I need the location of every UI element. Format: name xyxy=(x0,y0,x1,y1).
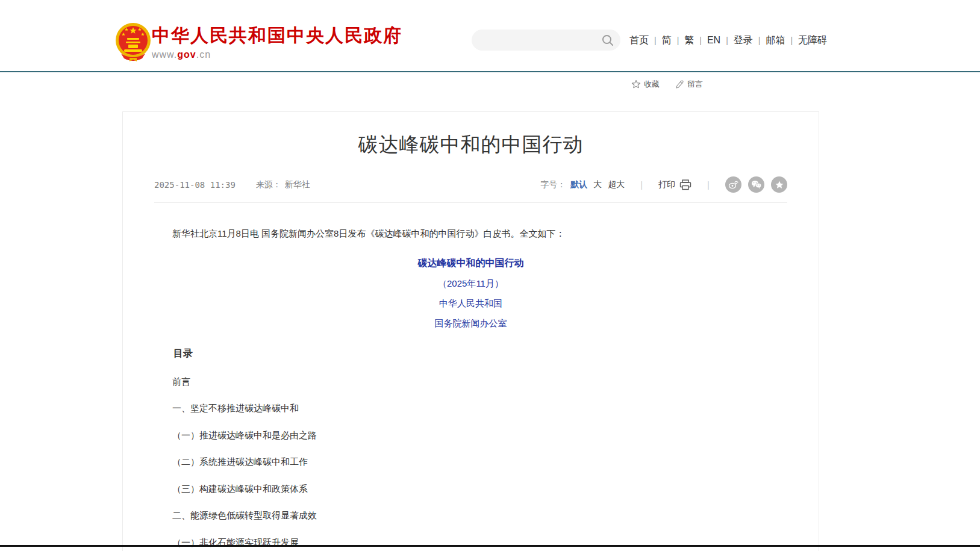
toc-item-section1-1: （一）推进碳达峰碳中和是必由之路 xyxy=(154,431,787,441)
page-toolbar: 收藏 留言 xyxy=(631,79,703,90)
lead-paragraph: 新华社北京11月8日电 国务院新闻办公室8日发布《碳达峰碳中和的中国行动》白皮书… xyxy=(154,226,787,241)
font-size-xlarge-button[interactable]: 超大 xyxy=(608,179,625,190)
doc-title: 碳达峰碳中和的中国行动 xyxy=(154,257,787,270)
share-weibo-button[interactable] xyxy=(725,176,741,193)
article-title: 碳达峰碳中和的中国行动 xyxy=(123,131,819,158)
header-nav: 首页|简|繁|EN|登录|邮箱|无障碍 xyxy=(629,33,827,48)
nav-link-accessibility[interactable]: 无障碍 xyxy=(798,34,827,47)
toc-item-preface: 前言 xyxy=(154,377,787,387)
printer-icon xyxy=(679,179,691,190)
favorite-label: 收藏 xyxy=(644,79,660,90)
nav-link-traditional[interactable]: 繁 xyxy=(684,34,694,47)
share-star-icon xyxy=(775,180,784,190)
weibo-icon xyxy=(728,179,738,190)
meta-separator: | xyxy=(707,179,710,190)
star-icon xyxy=(631,79,641,89)
meta-separator: | xyxy=(640,179,643,190)
pen-icon xyxy=(675,80,684,89)
doc-org-line2: 国务院新闻办公室 xyxy=(154,318,787,329)
toc-item-section1-3: （三）构建碳达峰碳中和政策体系 xyxy=(154,484,787,494)
site-url-highlight: gov xyxy=(177,49,196,60)
site-identity: 中华人民共和国中央人民政府 www.gov.cn xyxy=(152,25,402,60)
site-title: 中华人民共和国中央人民政府 xyxy=(152,25,402,45)
toc-item-section1: 一、坚定不移推进碳达峰碳中和 xyxy=(154,403,787,414)
wechat-icon xyxy=(751,180,762,189)
comment-label: 留言 xyxy=(687,79,703,90)
print-button[interactable]: 打印 xyxy=(658,179,691,190)
toc-item-section2: 二、能源绿色低碳转型取得显著成效 xyxy=(154,511,787,521)
favorite-button[interactable]: 收藏 xyxy=(631,79,660,90)
window-bottom-edge xyxy=(0,545,980,547)
site-url: www.gov.cn xyxy=(152,49,402,60)
toc-item-section1-2: （二）系统推进碳达峰碳中和工作 xyxy=(154,457,787,467)
nav-separator: | xyxy=(726,36,728,45)
nav-separator: | xyxy=(654,36,657,45)
font-size-label: 字号： xyxy=(540,179,566,190)
nav-separator: | xyxy=(758,36,761,45)
doc-date: （2025年11月） xyxy=(154,278,787,290)
search-button[interactable] xyxy=(601,33,615,48)
comment-button[interactable]: 留言 xyxy=(675,79,703,90)
site-header: 中华人民共和国中央人民政府 www.gov.cn 首页|简|繁|EN|登录|邮箱… xyxy=(0,0,980,72)
publish-datetime: 2025-11-08 11:39 xyxy=(154,180,236,190)
source-label: 来源： xyxy=(256,179,281,190)
nav-separator: | xyxy=(790,36,793,45)
font-size-large-button[interactable]: 大 xyxy=(593,179,602,190)
print-label: 打印 xyxy=(658,179,675,190)
search-box xyxy=(472,30,620,51)
share-wechat-button[interactable] xyxy=(748,176,764,193)
search-icon xyxy=(601,33,615,48)
site-url-suffix: .cn xyxy=(196,49,211,60)
nav-link-home[interactable]: 首页 xyxy=(629,34,649,47)
site-url-prefix: www. xyxy=(152,49,177,60)
article-meta-bar: 2025-11-08 11:39 来源： 新华社 字号： 默认 大 超大 | 打… xyxy=(154,176,787,203)
article-body: 新华社北京11月8日电 国务院新闻办公室8日发布《碳达峰碳中和的中国行动》白皮书… xyxy=(123,226,819,547)
nav-link-english[interactable]: EN xyxy=(707,35,720,46)
national-emblem-logo xyxy=(114,22,152,63)
nav-separator: | xyxy=(677,36,679,45)
article-meta-right: 字号： 默认 大 超大 | 打印 | xyxy=(540,176,787,193)
font-size-default-button[interactable]: 默认 xyxy=(570,179,587,190)
search-input[interactable] xyxy=(472,30,620,51)
toc-heading: 目录 xyxy=(154,347,787,360)
nav-link-mail[interactable]: 邮箱 xyxy=(766,34,785,47)
nav-separator: | xyxy=(699,36,702,45)
article-meta-left: 2025-11-08 11:39 来源： 新华社 xyxy=(154,179,310,190)
doc-org-line1: 中华人民共和国 xyxy=(154,298,787,310)
nav-link-simplified[interactable]: 简 xyxy=(662,34,672,47)
nav-link-login[interactable]: 登录 xyxy=(734,34,753,47)
share-icons xyxy=(725,176,787,193)
article-card: 碳达峰碳中和的中国行动 2025-11-08 11:39 来源： 新华社 字号：… xyxy=(122,111,819,551)
source-value[interactable]: 新华社 xyxy=(285,179,310,190)
share-more-button[interactable] xyxy=(771,176,787,193)
